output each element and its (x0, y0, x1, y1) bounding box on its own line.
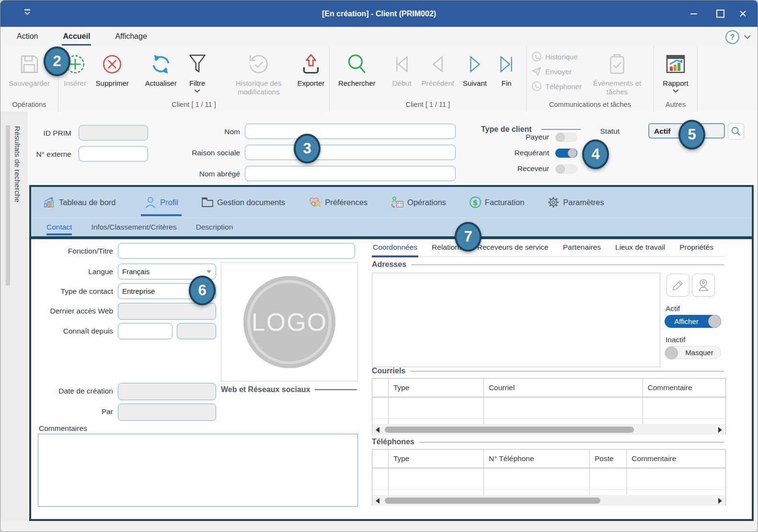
table-row[interactable] (372, 490, 725, 496)
afficher-toggle[interactable]: Afficher (665, 315, 721, 328)
nom-field[interactable] (245, 124, 456, 139)
requerant-toggle[interactable] (555, 149, 577, 158)
tab-gestion-documents[interactable]: Gestion documents (195, 187, 291, 218)
statut-lookup-button[interactable] (728, 123, 744, 139)
export-button[interactable]: Exporter (293, 47, 329, 88)
adresses-section-header: Adresses (372, 260, 724, 269)
nom-abrege-field[interactable] (245, 166, 456, 181)
actif-label: Actif (666, 304, 680, 313)
history-comm-button[interactable]: Historique (531, 51, 582, 62)
col-type[interactable]: Type (389, 379, 484, 397)
scroll-left-icon[interactable] (376, 498, 379, 504)
table-row[interactable] (372, 397, 725, 419)
menu-action[interactable]: Action (16, 30, 39, 43)
raison-sociale-field[interactable] (245, 145, 456, 160)
scrollbar-thumb[interactable] (385, 497, 600, 504)
map-address-button[interactable] (692, 274, 715, 297)
tab-preferences[interactable]: Préférences (302, 187, 374, 218)
next-record-button[interactable]: Suivant (459, 47, 491, 88)
tab-facturation[interactable]: $ Facturation (463, 187, 531, 218)
delete-button[interactable]: Supprimer (92, 47, 133, 88)
courriels-hscrollbar[interactable] (372, 425, 725, 435)
ribbon-group-client-edit: Insérer Supprimer Actualiser (58, 46, 330, 112)
dashboard-icon (43, 196, 56, 208)
search-results-dock[interactable]: Résultats de recherche (0, 112, 28, 522)
date-creation-field[interactable] (118, 383, 216, 400)
coordonnees-tabbar: Coordonnées Relations Receveurs de servi… (372, 240, 725, 257)
subtab-contact[interactable]: Contact (46, 218, 72, 236)
scroll-right-icon[interactable] (718, 498, 722, 504)
history-modifications-button[interactable]: Historique des modifications (224, 47, 293, 96)
first-record-button[interactable]: Début (387, 47, 417, 88)
n-externe-field[interactable] (79, 146, 148, 162)
tab-tableau-de-bord[interactable]: Tableau de bord (37, 187, 122, 218)
ribbon-group-label: Opérations (0, 99, 58, 112)
last-record-button[interactable]: Fin (491, 47, 522, 88)
subtab-description[interactable]: Description (196, 218, 233, 236)
tab-operations[interactable]: Opérations (384, 187, 452, 218)
app-window: [En création] - Client (PRIM002) Action … (0, 0, 758, 532)
id-prim-field[interactable] (79, 125, 148, 140)
rtab-proprietes[interactable]: Propriétés (678, 240, 714, 256)
menu-accueil[interactable]: Accueil (62, 30, 91, 43)
col-commentaire[interactable]: Commentaire (627, 450, 725, 468)
ribbon: Sauvegarder Opérations Insérer Supprimer (0, 46, 758, 112)
help-icon[interactable]: ? (725, 30, 739, 44)
tab-parametres[interactable]: Paramètres (541, 187, 610, 218)
fonction-titre-label: Fonction/Titre (50, 243, 113, 259)
commentaires-textarea[interactable] (38, 434, 358, 507)
close-button[interactable] (732, 0, 754, 27)
telephones-hscrollbar[interactable] (372, 496, 725, 506)
search-button[interactable]: Rechercher (334, 47, 380, 88)
connait-depuis-extra-field[interactable] (177, 323, 216, 339)
subtab-infos-classement-criteres[interactable]: Infos/Classement/Critères (91, 218, 176, 236)
rtab-coordonnees[interactable]: Coordonnées (372, 240, 418, 256)
par-label: Par (41, 404, 113, 419)
call-button[interactable]: Téléphoner (531, 81, 582, 92)
id-prim-label: ID PRIM (30, 125, 71, 141)
menu-affichage[interactable]: Affichage (114, 30, 148, 43)
dock-grip[interactable] (6, 125, 10, 286)
maximize-icon (716, 10, 724, 18)
scroll-right-icon[interactable] (718, 427, 722, 433)
maximize-button[interactable] (709, 0, 731, 27)
minimize-button[interactable] (683, 0, 705, 27)
window-title: [En création] - Client (PRIM002) (0, 10, 758, 18)
payeur-toggle[interactable] (555, 133, 577, 142)
ribbon-group-client-nav: Rechercher Début Précédent (330, 46, 527, 112)
connait-depuis-field[interactable] (118, 323, 172, 339)
tab-profil[interactable]: Profil (138, 187, 184, 218)
telephones-header-row: Type N° Téléphone Poste Commentaire (372, 450, 725, 468)
par-field[interactable] (118, 404, 216, 421)
logo-placeholder[interactable]: LOGO (221, 262, 358, 382)
table-row[interactable] (372, 419, 725, 425)
col-courriel[interactable]: Courriel (484, 379, 643, 397)
delete-icon (100, 49, 124, 79)
table-row[interactable] (372, 468, 725, 490)
edit-address-button[interactable] (666, 274, 689, 297)
rtab-lieux-de-travail[interactable]: Lieux de travail (614, 240, 666, 256)
events-tasks-button[interactable]: Évènements et tâches (585, 47, 650, 96)
col-n-telephone[interactable]: N° Téléphone (484, 450, 590, 468)
row-selector-header[interactable] (372, 379, 389, 397)
scrollbar-thumb[interactable] (385, 427, 634, 433)
ribbon-collapse-chevron-icon[interactable] (744, 35, 751, 39)
col-poste[interactable]: Poste (590, 450, 627, 468)
rtab-partenaires[interactable]: Partenaires (562, 240, 602, 256)
col-type[interactable]: Type (389, 450, 484, 468)
history-comm-icon (531, 51, 542, 62)
scroll-left-icon[interactable] (376, 427, 379, 433)
rtab-receveurs-de-service[interactable]: Receveurs de service (476, 240, 550, 256)
col-commentaire[interactable]: Commentaire (643, 379, 725, 397)
filter-button[interactable]: Filtre (181, 47, 214, 93)
adresses-list[interactable] (372, 273, 660, 367)
refresh-button[interactable]: Actualiser (141, 47, 181, 88)
row-selector-header[interactable] (372, 450, 389, 468)
dernier-acces-field[interactable] (118, 303, 216, 320)
receveur-toggle[interactable] (555, 164, 577, 173)
previous-record-button[interactable]: Précédent (417, 47, 459, 88)
send-button[interactable]: Envoyer (531, 66, 582, 77)
report-button[interactable]: Rapport (658, 47, 692, 93)
fonction-titre-field[interactable] (118, 243, 355, 259)
masquer-toggle[interactable]: Masquer (665, 346, 721, 359)
